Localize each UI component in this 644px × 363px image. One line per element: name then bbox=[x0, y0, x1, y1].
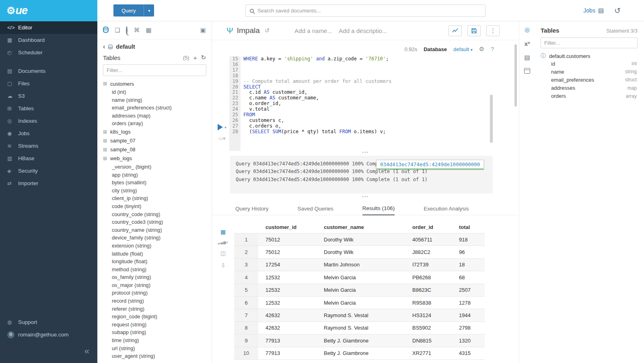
column-item[interactable]: os_family (string) bbox=[97, 273, 212, 281]
sidebar-item-tables[interactable]: ⊞Tables bbox=[0, 102, 97, 115]
new-query-button[interactable]: Query ▾ bbox=[113, 4, 154, 16]
sidebar-item-indexes[interactable]: ◎Indexes bbox=[0, 115, 97, 127]
column-item[interactable]: time (string) bbox=[97, 336, 212, 344]
hue-logo[interactable]: ⚙ue bbox=[0, 0, 97, 21]
column-item[interactable]: _version_ (bigint) bbox=[97, 163, 212, 171]
sidebar-item-s3[interactable]: ☁S3 bbox=[0, 90, 97, 102]
sidebar-item-documents[interactable]: ▤Documents bbox=[0, 65, 97, 77]
table-row[interactable]: 977913Betty J. GiambroneDN88151320 bbox=[234, 334, 485, 347]
chart-button[interactable] bbox=[449, 25, 462, 36]
sidebar-item-dashboard[interactable]: ▦Dashboard bbox=[0, 34, 97, 46]
column-item[interactable]: longitude (float) bbox=[97, 258, 212, 266]
query-name-input[interactable] bbox=[294, 27, 335, 34]
column-item[interactable]: app (string) bbox=[97, 171, 212, 179]
editor-scrollbar[interactable] bbox=[490, 95, 493, 143]
table-item[interactable]: ⊞web_logs bbox=[97, 154, 212, 163]
column-item[interactable]: subapp (string) bbox=[97, 328, 212, 336]
column-item[interactable]: request (string) bbox=[97, 321, 212, 329]
table-row[interactable]: 175012Dorothy Wilk4056711918 bbox=[234, 233, 485, 246]
apps-grid-icon[interactable]: ▦ bbox=[146, 27, 151, 34]
column-item[interactable]: client_ip (string) bbox=[97, 194, 212, 202]
table-item[interactable]: ⊞sample_07 bbox=[97, 136, 212, 145]
column-item[interactable]: id (int) bbox=[97, 88, 212, 96]
add-table-icon[interactable]: + bbox=[193, 54, 197, 61]
functions-icon[interactable]: x² bbox=[525, 40, 530, 47]
tab-saved-queries[interactable]: Saved Queries bbox=[298, 206, 333, 215]
column-item[interactable]: region_code (bigint) bbox=[97, 313, 212, 321]
sql-editor[interactable]: 15 16 17 18 19 20 21 22 23 24 25 26 27 2… bbox=[212, 55, 519, 151]
column-item[interactable]: bytes (smallint) bbox=[97, 179, 212, 187]
column-item[interactable]: os_major (string) bbox=[97, 281, 212, 289]
editor-code[interactable]: WHERE a.key = 'shipping' and a.zip_code … bbox=[243, 56, 519, 151]
column-item[interactable]: url (string) bbox=[97, 344, 212, 353]
info-icon[interactable]: ⓘ bbox=[541, 52, 546, 60]
refresh-tables-icon[interactable]: ↻ bbox=[201, 54, 206, 61]
column-item[interactable]: addresses (map) bbox=[97, 112, 212, 120]
table-row[interactable]: 612532Melvin GarciaR9S8381278 bbox=[234, 297, 485, 309]
history-icon[interactable]: ↺ bbox=[614, 6, 621, 15]
tab-query-history[interactable]: Query History bbox=[235, 206, 269, 215]
schedule-calendar-icon[interactable] bbox=[524, 68, 530, 74]
resize-handle[interactable]: ••• bbox=[212, 151, 519, 155]
back-chevron-icon[interactable]: ‹ bbox=[103, 43, 105, 50]
search-plus-icon[interactable] bbox=[126, 27, 128, 34]
column-item[interactable]: country_code3 (string) bbox=[97, 218, 212, 226]
table-row[interactable]: 842632Raymond S. VestalBS59022798 bbox=[234, 322, 485, 334]
column-item[interactable]: user_agent (string) bbox=[97, 352, 212, 360]
column-item[interactable]: record (string) bbox=[97, 297, 212, 305]
column-item[interactable]: city (string) bbox=[97, 187, 212, 195]
table-row[interactable]: 742632Raymond S. VestalHS31241944 bbox=[234, 309, 485, 322]
main-scrollbar[interactable] bbox=[514, 44, 517, 107]
schema-column-row[interactable]: namestring bbox=[541, 68, 638, 76]
schema-column-row[interactable]: ordersarray bbox=[541, 92, 638, 100]
sidebar-item-hbase[interactable]: ▥HBase bbox=[0, 152, 97, 165]
run-options-caret-icon[interactable]: ▾ bbox=[224, 125, 226, 130]
search-input[interactable] bbox=[257, 8, 481, 14]
column-item[interactable]: country_code (string) bbox=[97, 210, 212, 219]
chart-view-icon[interactable]: ▂▄▆▾ bbox=[218, 241, 228, 244]
column-item[interactable]: method (string) bbox=[97, 266, 212, 274]
assistant-icon[interactable]: ◎ bbox=[525, 26, 530, 33]
run-query-button[interactable]: ▾ bbox=[218, 124, 226, 130]
sidebar-item-security[interactable]: ◈Security bbox=[0, 165, 97, 177]
columns-view-icon[interactable]: ◫ bbox=[220, 250, 226, 256]
help-icon[interactable]: ? bbox=[491, 46, 494, 52]
sidebar-item-streams[interactable]: ≋Streams bbox=[0, 140, 97, 152]
schema-column-row[interactable]: idint bbox=[541, 60, 638, 68]
table-row[interactable]: 512532Melvin GarciaB8623C2507 bbox=[234, 284, 485, 297]
column-item[interactable]: latitude (float) bbox=[97, 250, 212, 258]
sidebar-item-jobs[interactable]: ◉Jobs bbox=[0, 127, 97, 140]
active-table-row[interactable]: ⓘ default.customers bbox=[541, 52, 638, 60]
language-reference-icon[interactable]: ▤ bbox=[524, 54, 530, 61]
schema-column-row[interactable]: addressesmap bbox=[541, 84, 638, 92]
resize-handle[interactable]: ••• bbox=[212, 195, 519, 199]
column-item[interactable]: orders (array) bbox=[97, 120, 212, 128]
sidebar-item-files[interactable]: ▢Files bbox=[0, 77, 97, 90]
table-row[interactable]: 317254Martin JohnsonI72T3918 bbox=[234, 259, 485, 271]
table-filter-input[interactable] bbox=[103, 64, 206, 76]
tab-results-106[interactable]: Results (106) bbox=[362, 205, 395, 215]
column-item[interactable]: code (tinyint) bbox=[97, 202, 212, 210]
column-item[interactable]: referer (string) bbox=[97, 305, 212, 313]
jobs-link[interactable]: Jobs▤ bbox=[583, 7, 604, 14]
table-row[interactable]: 412532Melvin GarciaPB626868 bbox=[234, 271, 485, 284]
query-dropdown-caret-icon[interactable]: ▾ bbox=[144, 4, 154, 16]
more-options-button[interactable]: ⋮ bbox=[486, 25, 500, 36]
table-row[interactable]: 1077913Betty J. GiambroneXR27714315 bbox=[234, 347, 485, 360]
column-item[interactable]: email_preferences (struct) bbox=[97, 104, 212, 112]
tab-execution-analysis[interactable]: Execution Analysis bbox=[424, 206, 469, 215]
sidebar-item-scheduler[interactable]: ◴Scheduler bbox=[0, 46, 97, 59]
table-row[interactable]: 275012Dorothy WilkJ882C296 bbox=[234, 246, 485, 258]
save-button[interactable] bbox=[467, 25, 481, 36]
column-item[interactable]: extension (string) bbox=[97, 242, 212, 250]
schema-column-row[interactable]: email_preferencesstruct bbox=[541, 76, 638, 84]
grid-view-icon[interactable]: ▦ bbox=[220, 229, 226, 235]
table-item[interactable]: ⊞sample_08 bbox=[97, 145, 212, 154]
database-breadcrumb-name[interactable]: default bbox=[116, 43, 135, 50]
column-item[interactable]: device_family (string) bbox=[97, 234, 212, 242]
column-item[interactable]: protocol (string) bbox=[97, 289, 212, 297]
table-item[interactable]: ⊞k8s_logs bbox=[97, 128, 212, 136]
sidebar-item-support[interactable]: ◍Support bbox=[0, 316, 97, 328]
query-description-input[interactable] bbox=[339, 27, 391, 34]
documents-source-icon[interactable]: ❏ bbox=[115, 27, 120, 34]
